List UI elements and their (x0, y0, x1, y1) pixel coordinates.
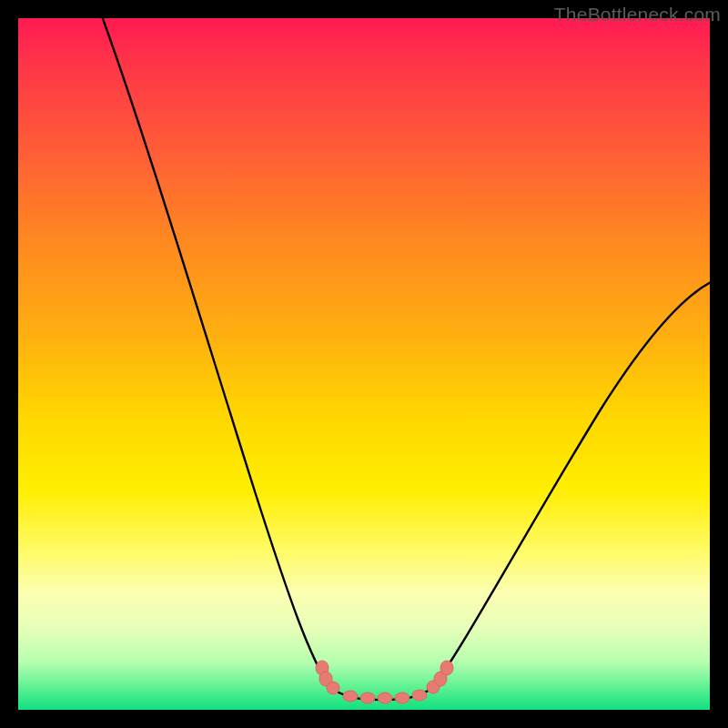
marker-dot (395, 693, 410, 703)
chart-frame (18, 18, 710, 710)
bottleneck-left-curve (101, 18, 329, 687)
watermark-text: TheBottleneck.com (554, 4, 721, 25)
bottleneck-right-curve (433, 280, 710, 687)
marker-dot (327, 682, 339, 694)
valley-markers (316, 661, 453, 703)
marker-dot (343, 691, 358, 702)
chart-svg (18, 18, 710, 710)
marker-dot (378, 693, 392, 703)
marker-dot (412, 690, 427, 701)
marker-dot (440, 661, 453, 675)
marker-dot (360, 693, 375, 703)
